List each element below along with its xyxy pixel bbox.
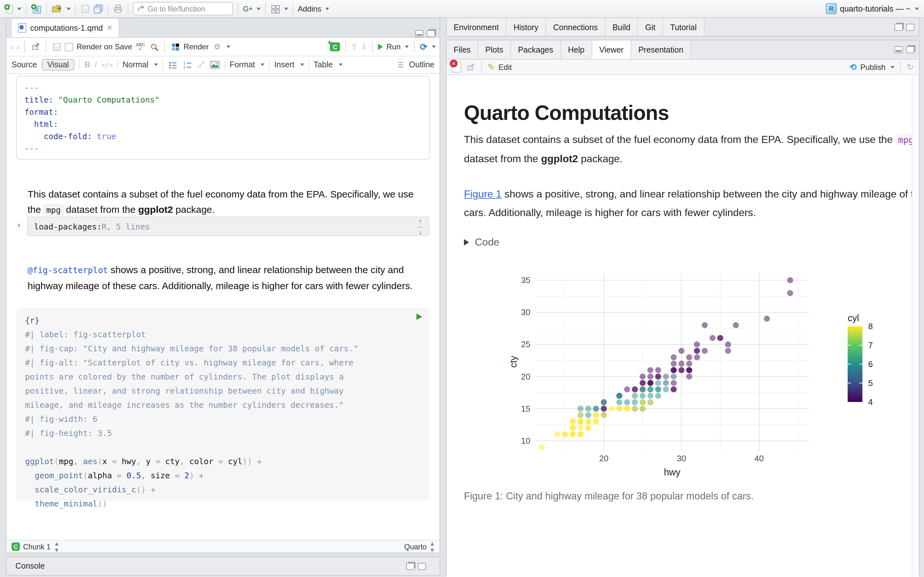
code-line-6[interactable]: positive, linear, and strong relationshi… xyxy=(25,384,421,398)
run-button[interactable]: Run xyxy=(387,42,401,51)
print-icon[interactable] xyxy=(113,2,123,15)
yaml-line-2[interactable]: title: "Quarto Computations" xyxy=(24,93,422,106)
run-chunk-icon[interactable] xyxy=(417,314,422,320)
tab-plots[interactable]: Plots xyxy=(478,40,511,59)
editor-document[interactable]: ---title: "Quarto Computations"format: h… xyxy=(6,74,439,538)
env-restore-icon[interactable] xyxy=(895,24,903,31)
project-menu[interactable]: R quarto-tutorials — ~ xyxy=(826,0,919,17)
visual-mode-button[interactable]: Visual xyxy=(41,59,75,71)
viewer-edit-button[interactable]: Edit xyxy=(499,63,512,71)
italic-button[interactable]: I xyxy=(95,60,97,69)
save-all-icon[interactable] xyxy=(93,2,103,15)
addins-caret[interactable] xyxy=(325,7,329,10)
code-line-3[interactable]: #| fig-cap: "City and highway mileage fo… xyxy=(25,342,421,356)
new-file-caret[interactable] xyxy=(17,7,21,10)
table-menu[interactable]: Table xyxy=(313,60,333,69)
goto-file-search[interactable]: Go to file/function xyxy=(133,2,233,15)
popout-icon[interactable] xyxy=(31,40,41,53)
fig-scatterplot-ref[interactable]: @fig-scatterplot xyxy=(27,266,108,275)
code-line-13[interactable]: scale_color_viridis_c() + xyxy=(25,483,421,497)
code-line-2[interactable]: #| label: fig-scatterplot xyxy=(25,327,421,342)
chunk-position[interactable]: Chunk 1 xyxy=(23,543,51,550)
minimize-pane-icon[interactable] xyxy=(415,30,423,37)
render-button[interactable]: Render xyxy=(184,42,209,51)
code-line-7[interactable]: mileage, and mileage increases as the nu… xyxy=(25,398,421,412)
viewer-refresh-icon[interactable]: ↻ xyxy=(907,62,914,72)
new-file-icon[interactable] xyxy=(3,2,13,15)
run-caret[interactable] xyxy=(405,45,409,48)
tab-files[interactable]: Files xyxy=(447,40,478,59)
format-menu[interactable]: Format xyxy=(230,60,255,69)
find-icon[interactable] xyxy=(149,40,159,53)
code-line-4[interactable]: #| fig-alt: "Scatterplot of city vs. hig… xyxy=(25,356,421,370)
back-icon[interactable]: ‹ xyxy=(10,42,13,52)
image-icon[interactable] xyxy=(210,58,220,71)
version-control-icon[interactable]: G+ xyxy=(242,2,253,15)
version-control-caret[interactable] xyxy=(257,7,260,10)
open-recent-caret[interactable] xyxy=(67,7,71,10)
tab-tutorial[interactable]: Tutorial xyxy=(663,18,704,37)
render-settings-caret[interactable] xyxy=(227,45,231,48)
numbered-list-icon[interactable]: 12 xyxy=(183,58,193,71)
run-next-icon[interactable]: ⇩ xyxy=(360,42,367,51)
env-maximize-icon[interactable] xyxy=(906,24,914,31)
maximize-pane-icon[interactable] xyxy=(427,30,435,37)
tab-build[interactable]: Build xyxy=(606,18,638,37)
tab-packages[interactable]: Packages xyxy=(511,40,561,59)
code-line-14[interactable]: theme_minimal() xyxy=(25,497,421,511)
tab-help[interactable]: Help xyxy=(561,40,592,59)
console-header[interactable]: Console xyxy=(6,557,439,575)
tab-environment[interactable]: Environment xyxy=(447,18,506,37)
code-line-10[interactable] xyxy=(25,440,421,455)
console-maximize-icon[interactable] xyxy=(418,562,426,570)
document-type[interactable]: Quarto xyxy=(404,543,427,550)
format-caret[interactable] xyxy=(261,63,265,66)
code-button[interactable]: </> xyxy=(102,61,113,68)
run-previous-icon[interactable]: ⇧ xyxy=(351,42,357,51)
new-project-icon[interactable]: R xyxy=(31,2,42,15)
yaml-line-3[interactable]: format: xyxy=(24,106,422,118)
table-caret[interactable] xyxy=(338,63,342,66)
workspace-panes-icon[interactable] xyxy=(270,2,280,15)
code-fold-toggle[interactable]: Code xyxy=(464,237,499,248)
viewer-popout-icon[interactable] xyxy=(465,61,475,73)
insert-chunk-button[interactable]: C xyxy=(330,42,340,51)
tab-computations-1[interactable]: computations-1.qmd ✕ xyxy=(11,18,120,37)
save-doc-icon[interactable] xyxy=(52,40,62,53)
expand-chunk-icon[interactable]: ↑—↓ xyxy=(418,218,422,235)
viewer-minimize-icon[interactable] xyxy=(895,46,903,53)
collapsed-chunk-load-packages[interactable]: load-packages: R, 5 lines ↑—↓ xyxy=(27,217,429,236)
tab-viewer[interactable]: Viewer xyxy=(592,40,632,59)
viewer-maximize-icon[interactable] xyxy=(906,46,914,53)
source-refresh-icon[interactable]: ⟳ xyxy=(420,42,427,52)
insert-menu[interactable]: Insert xyxy=(274,60,294,69)
outline-toggle[interactable]: Outline xyxy=(409,60,435,69)
panes-caret[interactable] xyxy=(284,7,288,10)
yaml-metadata-block[interactable]: ---title: "Quarto Computations"format: h… xyxy=(16,76,430,160)
insert-caret[interactable] xyxy=(300,63,304,66)
render-on-save-checkbox[interactable] xyxy=(65,43,73,51)
publish-caret[interactable] xyxy=(891,66,895,68)
publish-button[interactable]: Publish xyxy=(860,63,885,71)
code-line-5[interactable]: points are colored by the number of cyli… xyxy=(25,370,421,384)
yaml-line-5[interactable]: code-fold: true xyxy=(24,130,422,142)
forward-icon[interactable]: › xyxy=(16,42,19,52)
block-format-select[interactable]: Normal xyxy=(123,60,149,69)
yaml-line-6[interactable]: --- xyxy=(24,142,422,155)
tab-close-icon[interactable]: ✕ xyxy=(107,24,113,32)
figure-1-link[interactable]: Figure 1 xyxy=(464,189,501,199)
bold-button[interactable]: B xyxy=(84,60,90,69)
open-file-icon[interactable] xyxy=(51,2,63,15)
render-settings-gear-icon[interactable]: ⚙ xyxy=(212,40,222,53)
viewer-clear-icon[interactable] xyxy=(452,61,461,73)
bullet-list-icon[interactable] xyxy=(168,58,178,71)
tab-presentation[interactable]: Presentation xyxy=(632,40,691,59)
chunk-expand-chevron-icon[interactable]: › xyxy=(17,220,20,229)
code-line-9[interactable]: #| fig-height: 3.5 xyxy=(25,426,421,440)
addins-menu[interactable]: Addins xyxy=(298,4,321,13)
block-format-caret[interactable] xyxy=(154,63,158,66)
editor-paragraph-1[interactable]: This dataset contains a subset of the fu… xyxy=(27,187,419,218)
chunk-position-arrows-icon[interactable]: ▲▼ xyxy=(54,540,59,553)
yaml-line-4[interactable]: html: xyxy=(24,118,422,130)
r-code-chunk[interactable]: {r}#| label: fig-scatterplot#| fig-cap: … xyxy=(16,308,430,501)
